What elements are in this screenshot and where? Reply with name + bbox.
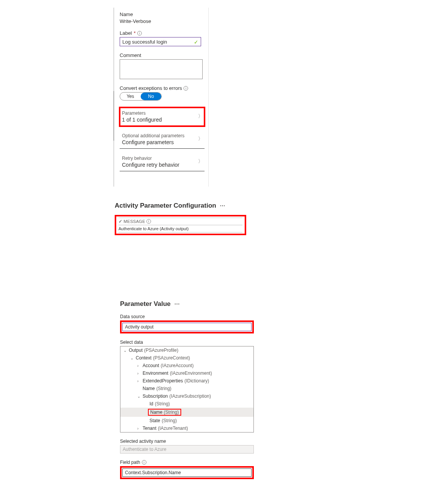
- chevron-right-icon: ›: [137, 379, 141, 383]
- comment-input[interactable]: [120, 59, 203, 79]
- info-icon[interactable]: i: [146, 219, 151, 224]
- tree-output[interactable]: ⌄ Output (PSAzureProfile): [120, 346, 253, 354]
- info-icon[interactable]: i: [142, 460, 146, 465]
- info-icon[interactable]: i: [184, 86, 188, 91]
- field-path-highlight: Context.Subscription.Name: [120, 466, 254, 479]
- convert-label: Convert exceptions to errors i: [120, 85, 205, 91]
- data-source-highlight: Activity output: [120, 320, 254, 333]
- label-label: Label * i: [120, 30, 205, 36]
- parameter-value-panel: Parameter Value ⋯ Data source Activity o…: [120, 300, 254, 479]
- checkmark-icon: ✓: [194, 39, 198, 45]
- chevron-right-icon: 〉: [198, 135, 203, 142]
- data-source-label: Data source: [120, 314, 254, 319]
- required-asterisk: *: [134, 30, 136, 36]
- chevron-down-icon: ⌄: [123, 348, 127, 353]
- data-source-select[interactable]: Activity output: [122, 323, 252, 331]
- tree-account[interactable]: › Account (IAzureAccount): [120, 362, 253, 369]
- selected-activity-label: Selected activity name: [120, 439, 254, 444]
- more-icon[interactable]: ⋯: [220, 203, 226, 209]
- tree-sub-id[interactable]: Id (String): [120, 400, 253, 408]
- name-value: Write-Verbose: [120, 18, 205, 24]
- activity-config-panel: Name Write-Verbose Label * i Log success…: [113, 8, 209, 187]
- label-input[interactable]: Log successful login ✓: [120, 37, 201, 46]
- chevron-right-icon: 〉: [198, 158, 203, 165]
- activity-param-config-panel: Activity Parameter Configuration ⋯ ✓ MES…: [115, 202, 246, 235]
- more-icon[interactable]: ⋯: [174, 301, 180, 307]
- tree-sub-state[interactable]: State (String): [120, 417, 253, 424]
- field-path-label: Field path i: [120, 460, 254, 465]
- chevron-down-icon: ⌄: [130, 356, 134, 360]
- toggle-no[interactable]: No: [141, 93, 161, 100]
- optional-params-row[interactable]: Optional additional parameters Configure…: [120, 130, 205, 149]
- select-data-tree: ⌄ Output (PSAzureProfile) ⌄ Context (PSA…: [120, 346, 254, 432]
- comment-label: Comment: [120, 52, 205, 58]
- chevron-right-icon: ›: [137, 364, 141, 368]
- toggle-yes[interactable]: Yes: [120, 93, 141, 100]
- select-data-label: Select data: [120, 340, 254, 345]
- section-title: Parameter Value ⋯: [120, 300, 254, 308]
- chevron-right-icon: 〉: [198, 113, 203, 120]
- tree-context[interactable]: ⌄ Context (PSAzureContext): [120, 354, 253, 362]
- tree-sub-name[interactable]: Name (String): [120, 408, 253, 417]
- tree-environment[interactable]: › Environment (IAzureEnvironment): [120, 369, 253, 377]
- section-title: Activity Parameter Configuration ⋯: [115, 202, 246, 210]
- info-icon[interactable]: i: [137, 31, 142, 36]
- checkmark-icon: ✓: [119, 219, 122, 224]
- tree-tenant[interactable]: › Tenant (IAzureTenant): [120, 424, 253, 432]
- parameters-row[interactable]: Parameters 1 of 1 configured 〉: [120, 107, 205, 126]
- tree-subscription[interactable]: ⌄ Subscription (IAzureSubscription): [120, 392, 253, 400]
- chevron-right-icon: ›: [137, 426, 141, 431]
- tree-extendedprops[interactable]: › ExtendedProperties (IDictionary): [120, 377, 253, 385]
- retry-behavior-row[interactable]: Retry behavior Configure retry behavior …: [120, 153, 205, 171]
- message-box[interactable]: ✓ MESSAGE i Authenticate to Azure (Activ…: [115, 215, 246, 235]
- tree-context-name[interactable]: Name (String): [120, 385, 253, 392]
- selected-activity-input: Authenticate to Azure: [120, 445, 254, 454]
- convert-toggle[interactable]: Yes No: [120, 92, 162, 101]
- chevron-down-icon: ⌄: [137, 394, 141, 398]
- chevron-right-icon: ›: [137, 371, 141, 376]
- name-label: Name: [120, 11, 205, 17]
- scrollbar-thumb[interactable]: [113, 91, 114, 141]
- field-path-input[interactable]: Context.Subscription.Name: [122, 468, 252, 477]
